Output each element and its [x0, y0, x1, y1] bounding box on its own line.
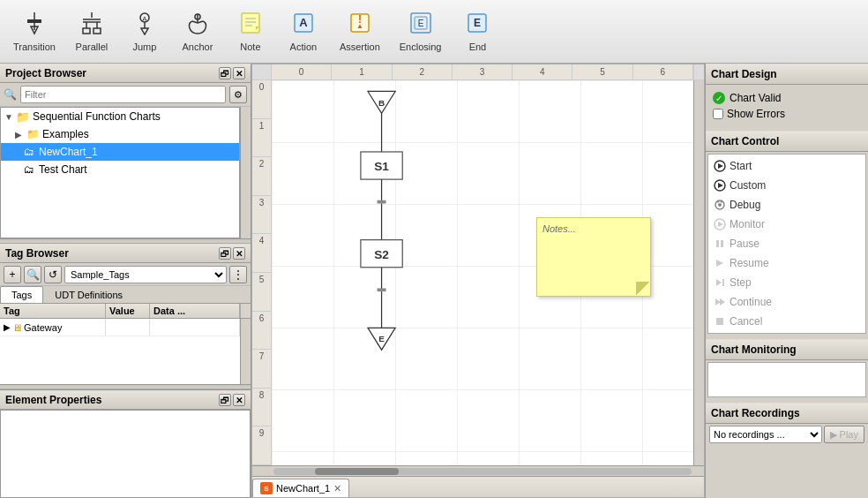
tag-menu-btn[interactable]: ⋮ [229, 266, 247, 283]
examples-folder-icon: 📁 [26, 128, 40, 140]
project-browser-restore-btn[interactable]: 🗗 [219, 67, 231, 79]
tag-browser-select[interactable]: Sample_Tags [64, 266, 227, 283]
tag-table-header: Tag Value Data ... [0, 304, 251, 319]
start-btn-row[interactable]: Start [710, 156, 864, 176]
elem-props-close-btn[interactable]: ✕ [233, 394, 245, 406]
sfc-root-label: Sequential Function Charts [33, 110, 161, 123]
tab-udt[interactable]: UDT Definitions [43, 286, 134, 303]
svg-text:S1: S1 [374, 160, 389, 173]
sticky-note[interactable]: Notes... [536, 217, 651, 297]
expand-icon: ▶ [4, 322, 11, 332]
svg-rect-61 [721, 240, 723, 247]
parallel-icon [79, 11, 104, 39]
tab-tags[interactable]: Tags [0, 286, 43, 303]
enclosing-button[interactable]: E Enclosing [390, 0, 452, 63]
row-7: 7 [252, 350, 271, 389]
action-button[interactable]: A Action [277, 0, 330, 63]
parallel-button[interactable]: Parallel [65, 0, 118, 63]
chart-control-header: Chart Control [706, 131, 868, 152]
pause-label: Pause [730, 238, 760, 250]
tag-add-btn[interactable]: + [4, 266, 21, 283]
tree-item-testchart[interactable]: 🗂 Test Chart [1, 161, 239, 178]
tag-browser-vscroll[interactable] [240, 319, 251, 384]
elem-props-restore-btn[interactable]: 🗗 [219, 394, 231, 406]
row-6: 6 [252, 312, 271, 351]
canvas-tab-label: NewChart_1 [276, 483, 330, 494]
project-browser-tree: ▼ 📁 Sequential Function Charts ▶ 📁 Examp… [0, 107, 240, 238]
tag-toolbar: + 🔍 ↺ Sample_Tags ⋮ [0, 263, 251, 286]
step-btn-row: Step [710, 273, 864, 292]
element-properties: Element Properties 🗗 ✕ [0, 389, 251, 498]
svg-line-18 [198, 21, 203, 23]
tag-browser: Tag Browser 🗗 ✕ + 🔍 ↺ Sample_Tags ⋮ Tags… [0, 244, 251, 384]
end-icon: E [465, 11, 490, 39]
tree-item-sfc-root[interactable]: ▼ 📁 Sequential Function Charts [1, 108, 239, 125]
row-9: 9 [252, 426, 271, 465]
project-browser-filter-btn[interactable]: ⚙ [229, 86, 247, 103]
anchor-button[interactable]: Anchor [171, 0, 224, 63]
note-button[interactable]: Note [224, 0, 277, 63]
chart-recordings-header: Chart Recordings [706, 403, 868, 424]
gateway-data-cell [150, 319, 240, 336]
row-ruler: 0 1 2 3 4 5 6 7 8 9 [252, 80, 272, 465]
hscroll-thumb[interactable] [315, 468, 399, 475]
assertion-button[interactable]: ! ▲ Assertion [330, 0, 390, 63]
ruler-col-5: 5 [572, 64, 632, 79]
gateway-value-cell [106, 319, 150, 336]
svg-rect-10 [94, 28, 101, 34]
newchart1-label: NewChart_1 [39, 146, 98, 158]
svg-text:S2: S2 [374, 248, 389, 261]
svg-text:B: B [378, 98, 385, 108]
step-label: Step [730, 276, 752, 289]
end-label: End [469, 42, 487, 52]
element-properties-body [0, 410, 251, 498]
transition-button[interactable]: Transition [4, 0, 65, 63]
project-browser-filter-input[interactable] [20, 86, 226, 103]
project-browser-close-btn[interactable]: ✕ [233, 67, 245, 79]
chart-design-body: ✓ Chart Valid Show Errors [706, 85, 868, 127]
continue-label: Continue [730, 296, 772, 308]
chart-valid-label: Chart Valid [730, 92, 781, 104]
canvas-tab-close[interactable]: ✕ [333, 483, 341, 494]
newchart1-icon: 🗂 [24, 146, 34, 158]
action-label: Action [290, 42, 318, 52]
show-errors-checkbox[interactable] [713, 109, 723, 119]
canvas-vscroll[interactable] [693, 80, 704, 465]
sfc-canvas[interactable]: B S1 S2 [272, 80, 693, 465]
jump-button[interactable]: A Jump [118, 0, 171, 63]
continue-btn-row: Continue [710, 292, 864, 312]
tag-browser-restore-btn[interactable]: 🗗 [219, 247, 231, 260]
chart-recordings-title: Chart Recordings [711, 407, 800, 419]
svg-text:A: A [299, 16, 308, 29]
canvas-hscroll[interactable] [252, 465, 704, 476]
anchor-label: Anchor [182, 42, 213, 52]
canvas-tab-newchart1[interactable]: S NewChart_1 ✕ [252, 479, 349, 497]
recordings-play-btn[interactable]: ▶ Play [824, 426, 864, 443]
col-value: Value [106, 304, 150, 318]
tag-search-btn[interactable]: 🔍 [24, 266, 41, 283]
tag-refresh-btn[interactable]: ↺ [44, 266, 62, 283]
svg-marker-66 [720, 298, 725, 306]
project-browser-title: Project Browser [5, 67, 86, 79]
row-1: 1 [252, 119, 271, 158]
svg-point-57 [721, 200, 723, 203]
table-row-gateway[interactable]: ▶ 🖥 Gateway [0, 319, 240, 336]
chart-design-title: Chart Design [711, 68, 777, 80]
tag-browser-title: Tag Browser [5, 247, 69, 260]
tag-browser-close-btn[interactable]: ✕ [233, 247, 245, 260]
svg-rect-60 [716, 240, 719, 247]
testchart-icon: 🗂 [24, 163, 34, 176]
recordings-select[interactable]: No recordings ... [709, 426, 822, 443]
project-browser-vscroll[interactable] [240, 107, 251, 238]
col-tag: Tag [0, 304, 106, 318]
tree-item-examples[interactable]: ▶ 📁 Examples [1, 125, 239, 143]
jump-label: Jump [132, 42, 156, 52]
svg-marker-63 [716, 279, 722, 286]
debug-btn-row[interactable]: Debug [710, 195, 864, 215]
row-4: 4 [252, 234, 271, 273]
svg-rect-9 [83, 28, 90, 34]
end-button[interactable]: E End [451, 0, 504, 63]
custom-btn-row[interactable]: Custom [710, 176, 864, 195]
hscroll-track[interactable] [273, 468, 692, 475]
tree-item-newchart1[interactable]: 🗂 NewChart_1 [1, 143, 239, 161]
